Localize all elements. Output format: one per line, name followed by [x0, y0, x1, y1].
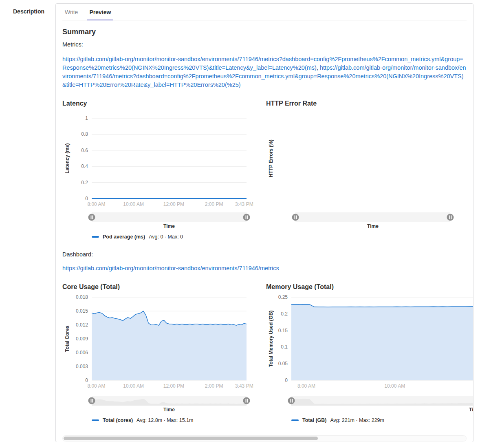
svg-text:Total Memory Used (GB): Total Memory Used (GB) — [268, 310, 274, 367]
svg-text:0.003: 0.003 — [76, 364, 88, 369]
svg-text:Total Cores: Total Cores — [64, 325, 70, 352]
dashboard-link[interactable]: https://gitlab.com/gitlab-org/monitor/mo… — [62, 265, 279, 271]
brush-left-handle-icon[interactable] — [88, 397, 95, 404]
http-error-rate-chart-panel: HTTP Error Rate HTTP Errors (%) Time — [266, 95, 459, 240]
svg-text:10:00 AM: 10:00 AM — [384, 383, 405, 389]
memory-usage-legend: Total (GB) Avg: 221m · Max: 229m — [291, 417, 473, 423]
svg-text:0.009: 0.009 — [76, 336, 88, 342]
svg-text:0.05: 0.05 — [278, 361, 288, 366]
core-usage-chart-panel: Core Usage (Total) 00.0030.0060.0090.012… — [62, 278, 255, 423]
latency-chart-title: Latency — [62, 100, 255, 107]
svg-text:3:43 PM: 3:43 PM — [235, 201, 253, 207]
svg-text:0.1: 0.1 — [281, 344, 288, 350]
memory-usage-zoom-brush[interactable] — [291, 396, 473, 406]
preview-content: Summary Metrics: https://gitlab.com/gitl… — [56, 20, 473, 442]
svg-text:0: 0 — [285, 377, 288, 383]
legend-swatch-icon — [92, 419, 99, 421]
latency-zoom-brush[interactable] — [92, 212, 247, 222]
svg-text:Latency (ms): Latency (ms) — [64, 143, 70, 173]
svg-text:8:00 AM: 8:00 AM — [297, 383, 315, 389]
latency-legend: Pod average (ms) Avg: 0 · Max: 0 — [92, 234, 255, 240]
svg-text:0.4: 0.4 — [81, 163, 88, 169]
link-separator: , — [317, 64, 320, 71]
brush-right-handle-icon[interactable] — [243, 214, 250, 221]
core-usage-x-axis-title: Time — [92, 407, 247, 413]
svg-text:0.2: 0.2 — [81, 180, 88, 185]
svg-text:0: 0 — [85, 377, 88, 383]
legend-swatch-icon — [92, 236, 99, 238]
svg-text:0.15: 0.15 — [278, 328, 288, 333]
metrics-label: Metrics: — [62, 41, 467, 48]
brush-left-handle-icon[interactable] — [288, 397, 295, 404]
charts-row-1: Latency 00.20.40.60.818:00 AM10:00 AM12:… — [62, 95, 467, 240]
legend-series-name: Pod average (ms) — [103, 234, 145, 240]
svg-text:0.018: 0.018 — [76, 294, 88, 300]
memory-usage-chart-canvas: 00.050.10.150.20.258:00 AM10:00 AM12:00 … — [266, 292, 473, 393]
memory-usage-chart-title: Memory Usage (Total) — [266, 283, 473, 291]
svg-text:8:00 AM: 8:00 AM — [87, 383, 105, 389]
svg-text:3:43 PM: 3:43 PM — [235, 383, 253, 389]
brush-left-handle-icon[interactable] — [292, 214, 299, 221]
svg-text:HTTP Errors (%): HTTP Errors (%) — [268, 139, 274, 177]
svg-text:8:00 AM: 8:00 AM — [87, 201, 105, 207]
latency-chart-panel: Latency 00.20.40.60.818:00 AM10:00 AM12:… — [62, 95, 255, 240]
svg-text:1: 1 — [85, 115, 88, 121]
legend-series-stats: Avg: 12.8m · Max: 15.1m — [137, 417, 193, 423]
memory-usage-chart-panel: Memory Usage (Total) 00.050.10.150.20.25… — [266, 278, 473, 423]
charts-row-2: Core Usage (Total) 00.0030.0060.0090.012… — [62, 278, 473, 423]
brush-right-handle-icon[interactable] — [447, 214, 454, 221]
tab-preview[interactable]: Preview — [87, 4, 113, 20]
legend-series-stats: Avg: 221m · Max: 229m — [330, 417, 384, 423]
svg-text:0.015: 0.015 — [76, 308, 88, 314]
svg-text:10:00 AM: 10:00 AM — [123, 201, 144, 207]
svg-text:0.25: 0.25 — [278, 294, 288, 300]
http-error-rate-zoom-brush[interactable] — [295, 212, 450, 222]
dashboard-label: Dashboard: — [62, 251, 467, 258]
latency-chart-canvas: 00.20.40.60.818:00 AM10:00 AM12:00 PM2:0… — [62, 109, 255, 210]
legend-swatch-icon — [291, 419, 299, 421]
svg-text:0.8: 0.8 — [81, 131, 88, 137]
latency-x-axis-title: Time — [92, 223, 247, 229]
svg-text:2:00 PM: 2:00 PM — [205, 201, 223, 207]
core-usage-chart-title: Core Usage (Total) — [62, 283, 255, 291]
metrics-links: https://gitlab.com/gitlab-org/monitor/mo… — [62, 55, 467, 89]
dashboard-links: https://gitlab.com/gitlab-org/monitor/mo… — [62, 264, 467, 273]
horizontal-scrollbar[interactable] — [62, 435, 467, 441]
core-usage-chart-canvas: 00.0030.0060.0090.0120.0150.0188:00 AM10… — [62, 292, 255, 393]
legend-series-stats: Avg: 0 · Max: 0 — [149, 234, 183, 240]
svg-text:10:00 AM: 10:00 AM — [123, 383, 144, 389]
http-error-rate-chart-canvas: HTTP Errors (%) — [266, 109, 459, 210]
svg-text:0: 0 — [85, 196, 88, 201]
core-usage-zoom-brush[interactable] — [92, 396, 247, 406]
legend-series-name: Total (GB) — [302, 417, 326, 423]
legend-series-name: Total (cores) — [103, 417, 133, 423]
summary-heading: Summary — [62, 28, 467, 36]
description-panel: Write Preview Summary Metrics: https://g… — [55, 3, 473, 442]
http-error-rate-x-axis-title: Time — [295, 223, 450, 229]
markdown-tabbar: Write Preview — [62, 4, 467, 20]
core-usage-legend: Total (cores) Avg: 12.8m · Max: 15.1m — [92, 417, 255, 423]
horizontal-scrollbar-thumb[interactable] — [64, 437, 318, 440]
svg-text:0.6: 0.6 — [81, 148, 88, 153]
svg-text:0.012: 0.012 — [76, 322, 88, 328]
http-error-rate-chart-title: HTTP Error Rate — [266, 100, 459, 107]
tab-write[interactable]: Write — [62, 4, 80, 20]
svg-text:0.2: 0.2 — [281, 311, 288, 317]
brush-left-handle-icon[interactable] — [88, 214, 95, 221]
memory-usage-x-axis-title: Time — [291, 407, 473, 413]
svg-text:12:00 PM: 12:00 PM — [163, 383, 184, 389]
svg-text:12:00 PM: 12:00 PM — [163, 201, 184, 207]
description-label: Description — [13, 8, 44, 15]
svg-text:2:00 PM: 2:00 PM — [205, 383, 223, 389]
svg-text:0.006: 0.006 — [76, 350, 88, 355]
brush-right-handle-icon[interactable] — [243, 397, 250, 404]
